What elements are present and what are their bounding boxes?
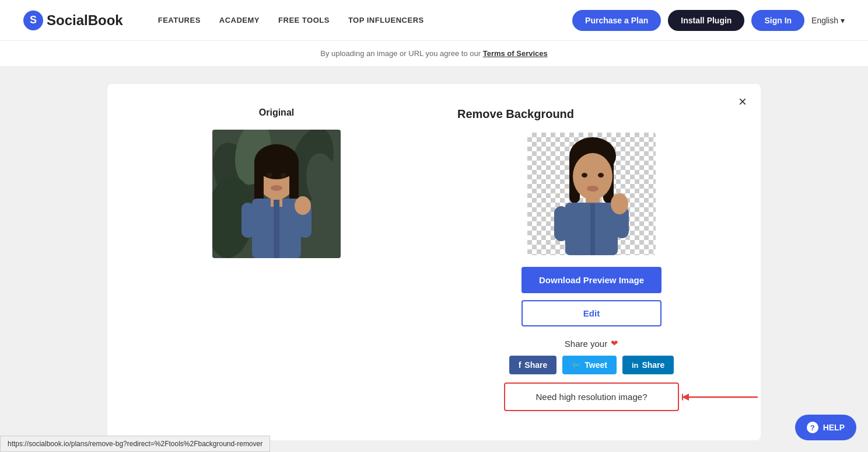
facebook-icon: f [519,360,522,370]
edit-button[interactable]: Edit [522,300,662,326]
svg-rect-25 [590,204,595,255]
processed-image-svg [527,133,656,255]
sub-header: By uploading an image or URL you agree t… [0,41,868,67]
left-panel: Original [136,107,416,258]
modal-card: × Original [107,84,761,440]
main-nav: FEATURES ACADEMY FREE TOOLS TOP INFLUENC… [158,16,572,25]
right-panel: Remove Background [452,107,732,411]
linkedin-share-button[interactable]: in Share [622,356,674,374]
svg-rect-12 [274,200,279,258]
twitter-icon: 🐦 [572,361,581,370]
share-buttons: f Share 🐦 Tweet in Share [509,356,674,374]
close-button[interactable]: × [738,95,747,109]
help-question-icon: ? [807,422,818,433]
high-res-wrapper: Need high resolution image? [504,383,679,411]
heart-icon: ❤ [611,338,618,349]
remove-bg-title: Remove Background [457,107,574,121]
language-selector[interactable]: English ▾ [811,16,845,25]
linkedin-icon: in [632,361,639,370]
help-button[interactable]: ? HELP [795,415,856,440]
original-image-svg [212,130,341,258]
svg-rect-26 [554,206,568,241]
high-res-box[interactable]: Need high resolution image? [504,383,679,411]
facebook-share-button[interactable]: f Share [509,356,557,374]
logo-icon: S [23,11,43,30]
header: S SocialBook FEATURES ACADEMY FREE TOOLS… [0,0,868,41]
share-text: Share your ❤ [565,338,618,349]
help-label: HELP [823,423,845,432]
install-plugin-button[interactable]: Install Plugin [668,10,744,31]
svg-point-18 [271,185,282,191]
download-preview-button[interactable]: Download Preview Image [522,267,662,293]
language-label: English [811,16,838,25]
svg-rect-13 [242,203,254,238]
nav-free-tools[interactable]: FREE TOOLS [278,16,330,25]
nav-features[interactable]: FEATURES [158,16,201,25]
nav-top-influencers[interactable]: TOP INFLUENCERS [348,16,424,25]
logo[interactable]: S SocialBook [23,11,123,30]
svg-point-31 [587,186,598,192]
terms-of-service-link[interactable]: Terms of Services [483,49,548,58]
checkerboard-background [527,133,656,255]
original-label: Original [259,107,294,118]
sign-in-button[interactable]: Sign In [751,10,804,31]
svg-point-15 [295,196,311,215]
svg-point-16 [267,173,272,178]
svg-point-22 [573,153,612,200]
main-content: × Original [0,67,868,452]
svg-point-17 [281,173,286,178]
arrow-annotation [682,385,775,409]
twitter-tweet-button[interactable]: 🐦 Tweet [562,356,617,374]
logo-text: SocialBook [47,12,123,29]
purchase-plan-button[interactable]: Purchase a Plan [572,10,661,31]
nav-academy[interactable]: ACADEMY [219,16,260,25]
url-bar: https://socialbook.io/plans/remove-bg?re… [0,436,270,452]
dropdown-arrow-icon: ▾ [841,16,845,25]
sub-header-text: By uploading an image or URL you agree t… [320,49,482,58]
processed-image-container [527,133,656,255]
svg-point-30 [598,173,604,178]
header-actions: Purchase a Plan Install Plugin Sign In E… [572,10,845,31]
svg-point-29 [582,173,587,178]
original-image [212,130,341,258]
svg-point-28 [611,193,628,214]
